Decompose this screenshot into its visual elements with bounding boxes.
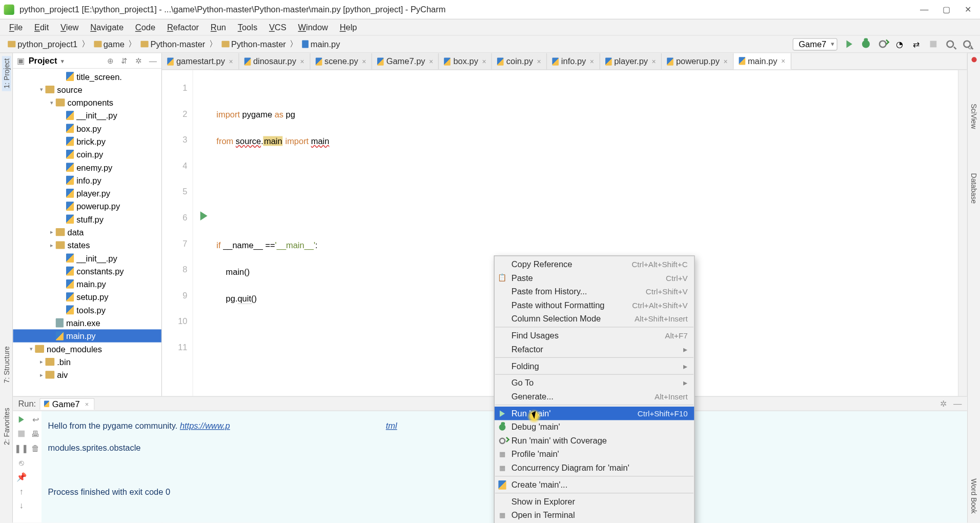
tree-row[interactable]: ▾source [13,83,161,96]
tab-project[interactable]: 1: Project [2,56,11,91]
editor-tab[interactable]: player.py× [600,53,662,70]
tab-database[interactable]: Database [969,170,978,206]
run-exit-icon[interactable]: ⎋ [15,456,27,468]
locate-icon[interactable]: ⊕ [106,56,115,65]
search-button[interactable] [962,39,972,49]
editor-tab[interactable]: main.py× [733,53,791,70]
tab-wordbook[interactable]: Word Book [969,476,978,516]
editor-tab[interactable]: coin.py× [492,53,547,70]
close-tab-icon[interactable]: × [482,57,486,65]
tree-row[interactable]: setup.py [13,290,161,303]
profile-button[interactable]: ◔ [894,39,905,49]
trash-icon[interactable]: 🗑 [30,442,42,454]
menu-tools[interactable]: Tools [233,21,263,33]
close-tab-icon[interactable]: × [300,57,304,65]
tree-row[interactable]: main.py [13,329,161,342]
tree-row[interactable]: ▸aiv [13,368,161,381]
breadcrumb-item[interactable]: Python-master [137,38,209,50]
tree-row[interactable]: ▾node_modules [13,343,161,355]
tree-row[interactable]: stuff.py [13,213,161,226]
close-run-tab[interactable]: × [85,400,89,408]
breadcrumb-item[interactable]: main.py [298,38,344,50]
editor-tab[interactable]: info.py× [547,53,600,70]
editor-tab[interactable]: gamestart.py× [162,53,239,70]
tree-row[interactable]: enemy.py [13,161,161,174]
ctx-paste-from-history-[interactable]: Paste from History...Ctrl+Shift+V [495,285,694,298]
hide-icon[interactable]: — [149,56,158,65]
run-config-select[interactable]: Game7 [793,38,838,50]
close-tab-icon[interactable]: × [362,57,366,65]
tree-row[interactable]: player.py [13,187,161,199]
editor-tab[interactable]: box.py× [439,53,492,70]
ctx-copy-reference[interactable]: Copy ReferenceCtrl+Alt+Shift+C [495,257,694,271]
maximize-button[interactable]: ▢ [941,4,951,14]
menu-navigate[interactable]: Navigate [85,21,129,33]
breadcrumb-item[interactable]: python_project1 [4,38,81,50]
close-tab-icon[interactable]: × [781,57,785,65]
close-tab-icon[interactable]: × [537,57,541,65]
tree-row[interactable]: tools.py [13,304,161,316]
run-hide-icon[interactable]: — [953,399,962,409]
ctx-create-main-[interactable]: Create 'main'... [495,478,694,492]
tree-row[interactable]: __init__.py [13,252,161,265]
ctx-debug-main-[interactable]: Debug 'main' [495,420,694,434]
error-indicator-icon[interactable] [971,57,976,62]
close-tab-icon[interactable]: × [652,57,656,65]
ctx-find-usages[interactable]: Find UsagesAlt+F7 [495,329,694,343]
menu-refactor[interactable]: Refactor [162,21,204,33]
close-button[interactable]: ✕ [963,4,973,14]
editor-tab[interactable]: powerup.py× [662,53,733,70]
search-everywhere-button[interactable] [945,39,955,49]
ctx-run-main-with-coverage[interactable]: Run 'main' with Coverage [495,434,694,448]
run-settings-icon[interactable]: ✲ [940,399,947,409]
tab-structure[interactable]: 7: Structure [2,344,11,386]
collapse-icon[interactable]: ⇵ [120,56,129,65]
context-menu[interactable]: Copy ReferenceCtrl+Alt+Shift+C📋PasteCtrl… [494,255,695,523]
attach-button[interactable]: ⇄ [911,39,922,49]
menu-view[interactable]: View [55,21,84,33]
close-tab-icon[interactable]: × [724,57,728,65]
stop-button[interactable] [928,39,938,49]
tree-row[interactable]: ▸.bin [13,355,161,368]
menu-file[interactable]: File [4,21,28,33]
ctx-open-in-terminal[interactable]: ▦Open in Terminal [495,508,694,522]
coverage-button[interactable] [877,39,888,49]
close-tab-icon[interactable]: × [229,57,233,65]
ctx-go-to[interactable]: Go To▸ [495,376,694,390]
ctx-paste-without-formatting[interactable]: Paste without FormattingCtrl+Alt+Shift+V [495,298,694,312]
close-tab-icon[interactable]: × [590,57,594,65]
breadcrumb-item[interactable]: game [90,38,128,50]
scroll-down-icon[interactable]: ↓ [15,499,27,511]
tree-row[interactable]: box.py [13,122,161,135]
editor-tab[interactable]: Game7.py× [372,53,439,70]
tab-sciview[interactable]: SciView [969,101,978,131]
ctx-paste[interactable]: 📋PasteCtrl+V [495,271,694,285]
run-pause-icon[interactable]: ❚❚ [15,442,27,454]
run-stop-icon[interactable] [15,428,27,440]
menu-window[interactable]: Window [293,21,333,33]
ctx-concurrency-diagram-for-main-[interactable]: ▦Concurrency Diagram for 'main' [495,461,694,475]
settings-icon[interactable]: ✲ [134,56,144,65]
tab-favorites[interactable]: 2: Favorites [2,406,11,448]
menu-run[interactable]: Run [206,21,231,33]
soft-wrap-icon[interactable]: ↩ [30,414,42,426]
menu-vcs[interactable]: VCS [264,21,292,33]
close-tab-icon[interactable]: × [429,57,433,65]
tree-row[interactable]: title_screen. [13,70,161,83]
run-tab[interactable]: Game7 × [40,398,95,410]
tree-row[interactable]: __init__.py [13,109,161,122]
ctx-run-main-[interactable]: Run 'main'Ctrl+Shift+F10 [495,407,694,420]
editor-tab[interactable]: dinosaur.py× [239,53,310,70]
debug-button[interactable] [861,39,871,49]
menu-edit[interactable]: Edit [29,21,54,33]
ctx-show-in-explorer[interactable]: Show in Explorer [495,495,694,509]
tree-row[interactable]: constants.py [13,265,161,277]
ctx-generate-[interactable]: Generate...Alt+Insert [495,390,694,404]
tree-row[interactable]: ▸data [13,226,161,238]
print-icon[interactable]: 🖶 [30,428,42,440]
menu-help[interactable]: Help [335,21,362,33]
rerun-icon[interactable] [15,414,27,426]
scroll-up-icon[interactable]: ↑ [15,485,27,497]
tree-row[interactable]: coin.py [13,148,161,160]
editor-tab[interactable]: scene.py× [310,53,372,70]
